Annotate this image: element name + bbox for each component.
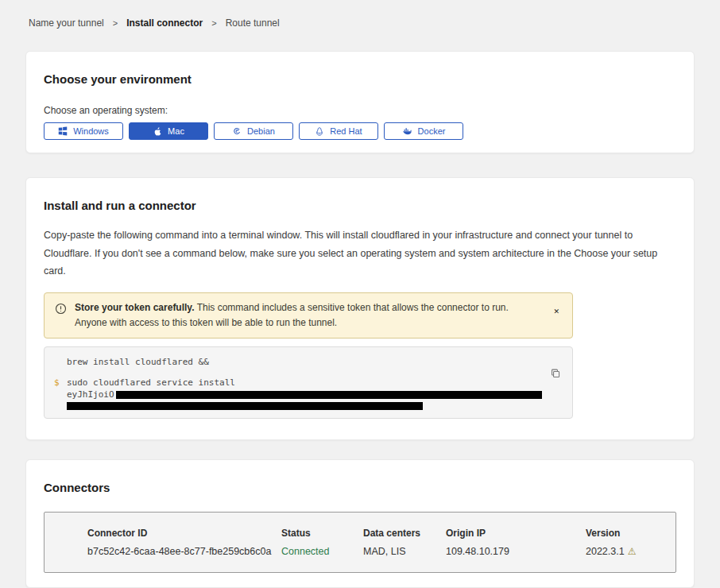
docker-icon — [402, 126, 412, 136]
token-warning-banner: Store your token carefully. This command… — [44, 292, 573, 338]
redacted-token-bar — [116, 391, 542, 399]
close-icon[interactable]: ✕ — [548, 305, 564, 319]
connector-id-value: b7c52c42-6caa-48ee-8c77-fbe259cb6c0a — [87, 546, 281, 557]
copy-icon[interactable] — [548, 366, 563, 383]
os-button-mac[interactable]: Mac — [129, 122, 208, 140]
os-button-label: Windows — [73, 126, 109, 136]
breadcrumb: Name your tunnel > Install connector > R… — [0, 0, 720, 29]
connectors-title: Connectors — [44, 481, 676, 494]
choose-environment-title: Choose your environment — [44, 72, 676, 86]
data-centers-value: MAD, LIS — [363, 546, 446, 557]
os-button-label: Mac — [168, 126, 184, 136]
os-button-label: Debian — [247, 126, 275, 136]
code-command-text: sudo cloudflared service install — [67, 377, 235, 388]
os-button-group: Windows Mac Debian Red Hat Docker — [44, 122, 676, 140]
breadcrumb-separator: > — [113, 18, 118, 28]
breadcrumb-install-connector[interactable]: Install connector — [126, 17, 203, 29]
install-description: Copy-paste the following command into a … — [44, 226, 676, 280]
token-prefix: eyJhIjoiO — [67, 389, 114, 400]
connectors-card: Connectors Connector ID Status Data cent… — [25, 459, 695, 588]
breadcrumb-separator: > — [211, 18, 216, 28]
status-badge: Connected — [281, 546, 363, 557]
token-warning-text: Store your token carefully. This command… — [75, 300, 540, 331]
column-header-status: Status — [281, 528, 363, 539]
breadcrumb-name-your-tunnel[interactable]: Name your tunnel — [29, 17, 104, 29]
choose-environment-card: Choose your environment Choose an operat… — [25, 51, 695, 153]
origin-ip-value: 109.48.10.179 — [446, 546, 586, 557]
os-button-docker[interactable]: Docker — [384, 122, 463, 140]
install-connector-title: Install and run a connector — [44, 199, 676, 212]
apple-icon — [153, 126, 162, 137]
column-header-connector-id: Connector ID — [87, 528, 281, 539]
version-cell: 2022.3.1⚠ — [586, 546, 663, 557]
os-button-label: Docker — [418, 126, 446, 136]
code-line-sudo: $ sudo cloudflared service install — [67, 377, 537, 389]
code-line-brew: brew install cloudflared && — [67, 357, 537, 368]
redhat-icon — [315, 126, 324, 137]
column-header-data-centers: Data centers — [363, 528, 446, 539]
info-circle-icon — [55, 303, 67, 318]
redacted-token-bar — [67, 402, 423, 410]
version-value: 2022.3.1 — [586, 546, 625, 557]
warning-triangle-icon: ⚠ — [628, 546, 637, 557]
os-select-label: Choose an operating system: — [44, 105, 676, 116]
os-button-debian[interactable]: Debian — [214, 122, 293, 140]
connectors-table: Connector ID Status Data centers Origin … — [44, 512, 676, 573]
token-warning-title: Store your token carefully. — [75, 302, 195, 313]
breadcrumb-route-tunnel[interactable]: Route tunnel — [226, 17, 280, 29]
column-header-version: Version — [586, 528, 663, 539]
shell-prompt: $ — [54, 377, 60, 389]
token-line: eyJhIjoiO — [67, 389, 537, 400]
debian-icon — [232, 126, 242, 136]
column-header-origin-ip: Origin IP — [446, 528, 586, 539]
windows-icon — [58, 126, 68, 136]
install-connector-card: Install and run a connector Copy-paste t… — [25, 177, 695, 440]
os-button-label: Red Hat — [330, 126, 362, 136]
os-button-redhat[interactable]: Red Hat — [299, 122, 378, 140]
install-command-codeblock: brew install cloudflared && $ sudo cloud… — [44, 346, 573, 419]
os-button-windows[interactable]: Windows — [44, 122, 123, 140]
